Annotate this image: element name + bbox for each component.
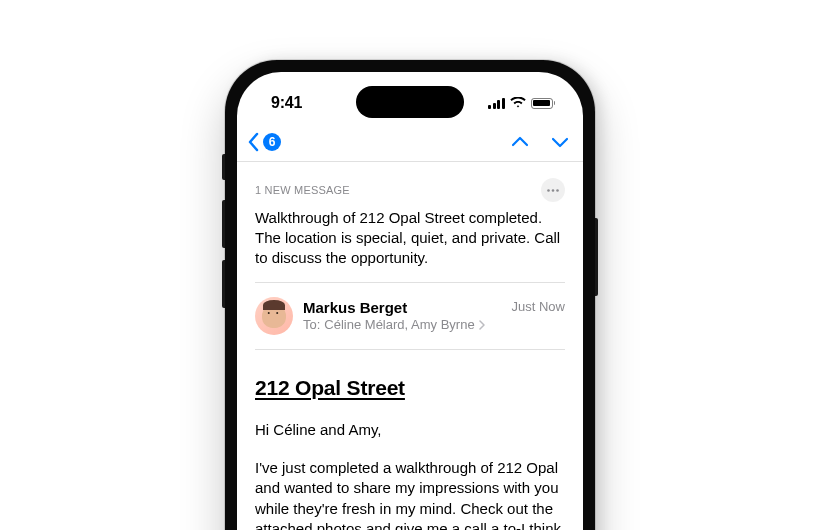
email-paragraph: I've just completed a walkthrough of 212… <box>255 458 565 530</box>
sender-row[interactable]: Markus Berget To: Céline Mélard, Amy Byr… <box>255 283 565 350</box>
status-time: 9:41 <box>271 94 302 112</box>
mute-switch <box>222 154 225 180</box>
email-greeting: Hi Céline and Amy, <box>255 420 565 440</box>
more-options-button[interactable] <box>541 178 565 202</box>
power-button <box>595 218 598 296</box>
recipients-row[interactable]: To: Céline Mélard, Amy Byrne <box>303 317 512 332</box>
svg-point-1 <box>552 189 555 192</box>
recipients-list: Céline Mélard, Amy Byrne <box>324 317 474 332</box>
to-label: To: <box>303 317 320 332</box>
navigation-bar: 6 <box>237 122 583 162</box>
email-body: 212 Opal Street Hi Céline and Amy, I've … <box>255 350 565 530</box>
sender-avatar <box>255 297 293 335</box>
phone-frame: 9:41 <box>225 60 595 530</box>
svg-point-2 <box>556 189 559 192</box>
wifi-icon <box>510 97 526 109</box>
sender-name: Markus Berget <box>303 299 512 317</box>
nav-actions <box>511 136 569 148</box>
back-button[interactable]: 6 <box>247 132 281 152</box>
message-summary: 1 NEW MESSAGE Walkthrough of 212 Opal St… <box>255 162 565 283</box>
ellipsis-icon <box>547 189 559 192</box>
email-subject: 212 Opal Street <box>255 376 565 400</box>
battery-icon <box>531 98 556 109</box>
next-message-button[interactable] <box>551 136 569 148</box>
summary-label: 1 NEW MESSAGE <box>255 184 350 196</box>
sender-info: Markus Berget To: Céline Mélard, Amy Byr… <box>303 299 512 332</box>
unread-count-badge: 6 <box>263 133 281 151</box>
previous-message-button[interactable] <box>511 136 529 148</box>
volume-down-button <box>222 260 225 308</box>
message-timestamp: Just Now <box>512 299 565 314</box>
phone-screen: 9:41 <box>237 72 583 530</box>
volume-up-button <box>222 200 225 248</box>
email-content: 1 NEW MESSAGE Walkthrough of 212 Opal St… <box>237 162 583 530</box>
summary-text: Walkthrough of 212 Opal Street completed… <box>255 208 565 268</box>
chevron-left-icon <box>247 132 259 152</box>
cellular-signal-icon <box>488 98 505 109</box>
dynamic-island <box>356 86 464 118</box>
chevron-right-icon <box>479 320 485 330</box>
status-indicators <box>488 97 555 109</box>
svg-point-0 <box>547 189 550 192</box>
